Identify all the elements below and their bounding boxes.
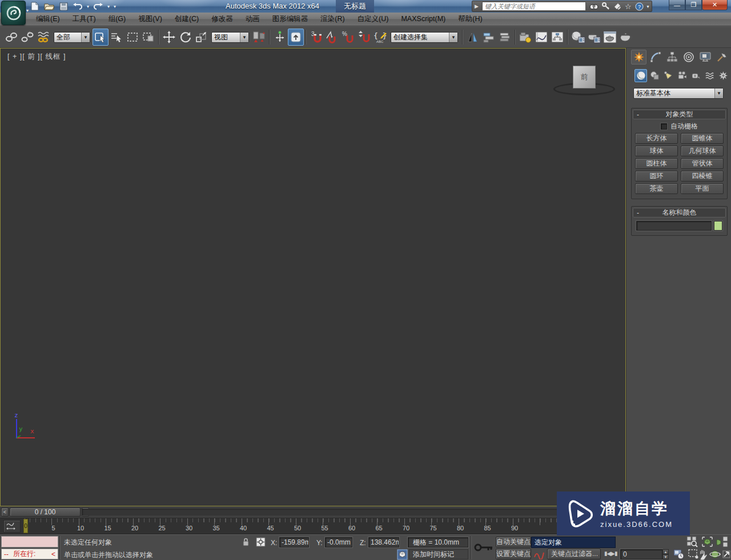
- menu-item-10[interactable]: MAXScript(M): [395, 13, 452, 26]
- menu-item-5[interactable]: 修改器: [205, 13, 239, 26]
- menu-item-7[interactable]: 图形编辑器: [266, 13, 315, 26]
- zoom-extents-all-icon[interactable]: [715, 536, 729, 547]
- select-and-manipulate-icon[interactable]: [272, 29, 288, 46]
- subtab-cameras[interactable]: [676, 69, 688, 82]
- tab-create[interactable]: [631, 50, 646, 65]
- percent-snap-toggle-icon[interactable]: %: [340, 29, 356, 46]
- track-bar[interactable]: 051015202530354045505560657075808590 0: [0, 518, 626, 534]
- set-keys-key-icon[interactable]: [474, 542, 493, 553]
- subtab-lights[interactable]: [662, 69, 674, 82]
- zoom-extents-selected-icon[interactable]: [700, 536, 714, 547]
- select-object-button[interactable]: [93, 29, 109, 46]
- window-crossing-toggle-icon[interactable]: [140, 29, 156, 46]
- menu-item-6[interactable]: 动画: [239, 13, 266, 26]
- primitive-button[interactable]: 圆环: [635, 171, 678, 182]
- open-file-icon[interactable]: [44, 2, 54, 11]
- primitive-category-dropdown[interactable]: 标准基本体 ▼: [633, 88, 724, 99]
- snap-toggle-3d-icon[interactable]: 3: [308, 29, 324, 46]
- current-frame-marker[interactable]: 0: [23, 519, 28, 533]
- communication-center-icon[interactable]: [613, 2, 621, 10]
- viewcube[interactable]: 前: [573, 66, 596, 88]
- redo-dropdown-icon[interactable]: ▾: [107, 4, 110, 9]
- new-file-icon[interactable]: [30, 2, 40, 11]
- maximize-viewport-toggle-icon[interactable]: [720, 549, 731, 560]
- subtab-helpers[interactable]: [690, 69, 702, 82]
- selection-lock-icon[interactable]: [242, 538, 250, 546]
- angle-snap-toggle-icon[interactable]: [324, 29, 340, 46]
- primitive-button[interactable]: 球体: [635, 146, 678, 156]
- render-setup-icon[interactable]: [586, 29, 602, 46]
- help-dropdown-icon[interactable]: ▾: [647, 4, 649, 9]
- edit-named-selection-sets-icon[interactable]: { }ABC: [372, 29, 388, 46]
- tab-motion[interactable]: [681, 50, 696, 65]
- time-slider[interactable]: 0 / 100: [10, 507, 81, 517]
- primitive-button[interactable]: 四棱锥: [681, 171, 724, 182]
- select-and-link-icon[interactable]: [3, 29, 19, 46]
- time-slider-track[interactable]: [82, 509, 624, 515]
- primitive-button[interactable]: 长方体: [635, 133, 678, 144]
- autogrid-checkbox[interactable]: [661, 123, 667, 130]
- previous-frame-button[interactable]: <: [1, 507, 9, 517]
- subtab-systems[interactable]: [717, 69, 730, 82]
- tab-display[interactable]: [697, 50, 713, 65]
- subscription-key-icon[interactable]: [602, 2, 610, 10]
- favorites-star-icon[interactable]: ☆: [625, 2, 632, 11]
- primitive-button[interactable]: 圆柱体: [635, 158, 678, 169]
- layer-manager-icon[interactable]: [497, 29, 513, 46]
- menu-item-4[interactable]: 创建(C): [168, 13, 205, 26]
- absolute-mode-transform-icon[interactable]: [256, 537, 266, 547]
- reference-coordinate-dropdown[interactable]: 视图 ▼: [211, 32, 249, 43]
- menu-item-2[interactable]: 组(G): [102, 13, 132, 26]
- menu-item-0[interactable]: 编辑(E): [30, 13, 66, 26]
- primitive-button[interactable]: 几何球体: [681, 146, 724, 156]
- menu-item-1[interactable]: 工具(T): [66, 13, 102, 26]
- primitive-button[interactable]: 圆锥体: [681, 133, 724, 144]
- use-pivot-point-center-icon[interactable]: [251, 29, 267, 46]
- object-name-input[interactable]: [636, 221, 712, 231]
- named-selection-set-dropdown[interactable]: 创建选择集 ▼: [391, 32, 458, 43]
- search-caret-icon[interactable]: ▶: [475, 3, 479, 9]
- spinner-up-icon[interactable]: ▲: [662, 549, 669, 554]
- menu-item-9[interactable]: 自定义(U): [351, 13, 395, 26]
- viewport-label[interactable]: [ + ][ 前 ][ 线框 ]: [7, 52, 66, 62]
- primitive-button[interactable]: 茶壶: [635, 183, 678, 194]
- curve-editor-icon[interactable]: [533, 29, 549, 46]
- primitive-button[interactable]: 平面: [681, 183, 724, 194]
- tab-utilities[interactable]: [714, 50, 729, 65]
- minimize-button[interactable]: —: [669, 0, 685, 10]
- go-to-start-icon[interactable]: ▮◀▶▮: [604, 550, 617, 557]
- tab-modify[interactable]: [648, 50, 663, 65]
- undo-icon[interactable]: [73, 2, 83, 11]
- menu-item-3[interactable]: 视图(V): [132, 13, 168, 26]
- bind-to-space-warp-icon[interactable]: [35, 29, 51, 46]
- time-configuration-icon[interactable]: [672, 549, 685, 560]
- open-mini-curve-editor-button[interactable]: [3, 520, 21, 533]
- schematic-view-icon[interactable]: [549, 29, 565, 46]
- object-color-swatch[interactable]: [714, 221, 722, 231]
- x-coordinate-field[interactable]: -159.89mm: [279, 537, 309, 547]
- selected-filter-dropdown[interactable]: 选定对象: [531, 537, 616, 548]
- pan-hand-icon[interactable]: [696, 549, 709, 560]
- maxscript-macro-recorder-field[interactable]: [1, 536, 58, 547]
- frame-spinner[interactable]: ▲ ▼: [662, 549, 669, 559]
- select-and-move-icon[interactable]: [161, 29, 177, 46]
- spinner-snap-toggle-icon[interactable]: [356, 29, 372, 46]
- current-frame-field[interactable]: 0: [620, 549, 662, 559]
- collapse-icon[interactable]: -: [633, 209, 642, 217]
- maxscript-listener-field[interactable]: -- 所在行: <: [1, 549, 58, 559]
- z-coordinate-field[interactable]: 138.462mm: [368, 537, 399, 547]
- subtab-geometry[interactable]: [634, 69, 647, 82]
- redo-icon[interactable]: [93, 2, 103, 11]
- spinner-down-icon[interactable]: ▼: [662, 554, 669, 559]
- viewport-front[interactable]: [ + ][ 前 ][ 线框 ] 前 z y x: [0, 48, 626, 506]
- subtab-space-warps[interactable]: [704, 69, 716, 82]
- close-button[interactable]: ✕: [702, 0, 728, 10]
- mirror-icon[interactable]: [465, 29, 481, 46]
- menu-item-11[interactable]: 帮助(H): [452, 13, 488, 26]
- tab-hierarchy[interactable]: [664, 50, 680, 65]
- primitive-button[interactable]: 管状体: [681, 158, 724, 169]
- auto-key-button[interactable]: 自动关键点: [496, 537, 531, 547]
- render-production-icon[interactable]: [618, 29, 634, 46]
- app-menu-dropdown-icon[interactable]: ▾: [26, 8, 29, 13]
- search-icon[interactable]: [589, 3, 599, 10]
